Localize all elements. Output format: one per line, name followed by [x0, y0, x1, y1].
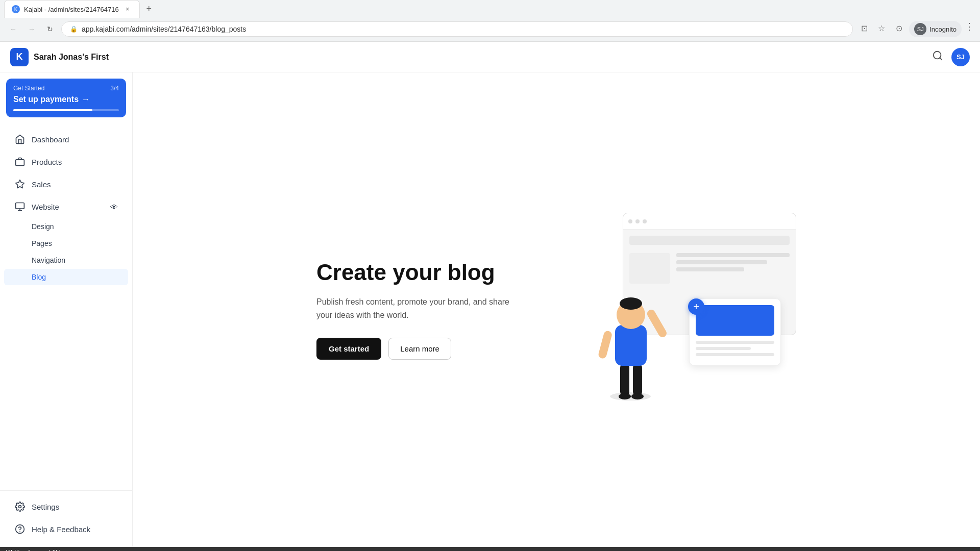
svg-point-13: [619, 393, 631, 399]
incognito-button[interactable]: SJ Incognito: [909, 21, 962, 37]
address-text: app.kajabi.com/admin/sites/2147647163/bl…: [82, 25, 844, 33]
illustration-card-line-3: [696, 353, 774, 356]
sales-label: Sales: [32, 180, 51, 189]
sidebar-item-pages[interactable]: Pages: [4, 235, 128, 252]
illus-content-lines: [676, 253, 790, 284]
progress-bar: [13, 109, 119, 111]
illus-dot-1: [628, 219, 632, 223]
illustration-card-line-2: [696, 347, 751, 350]
svg-marker-3: [16, 180, 24, 188]
search-button[interactable]: [932, 50, 943, 64]
website-nav-left: Website: [14, 201, 110, 212]
status-bar: Waiting for m.addthis.com...: [0, 547, 980, 551]
sidebar-item-settings[interactable]: Settings: [4, 496, 128, 517]
pages-label: Pages: [32, 239, 52, 247]
sidebar-item-dashboard[interactable]: Dashboard: [4, 129, 128, 150]
blog-promo-description: Publish fresh content, promote your bran…: [316, 295, 510, 321]
settings-label: Settings: [32, 503, 59, 511]
illustration-card-blue: [696, 305, 774, 336]
design-label: Design: [32, 222, 54, 231]
illustration-browser-bar: [623, 213, 796, 230]
products-label: Products: [32, 158, 62, 166]
illus-line-1: [676, 253, 790, 257]
browser-controls: ← → ↻ 🔒 app.kajabi.com/admin/sites/21476…: [0, 18, 980, 41]
user-avatar[interactable]: SJ: [951, 48, 970, 66]
sidebar-item-blog[interactable]: Blog: [4, 269, 128, 285]
lock-icon: 🔒: [70, 26, 78, 33]
browser-chrome: K Kajabi - /admin/sites/214764716 × + ← …: [0, 0, 980, 42]
sidebar: Get Started 3/4 Set up payments →: [0, 72, 133, 547]
illustration-person: [582, 264, 684, 407]
bookmark-icon[interactable]: ☆: [874, 21, 889, 35]
incognito-avatar: SJ: [914, 23, 926, 35]
svg-rect-11: [620, 363, 629, 396]
svg-rect-2: [16, 160, 24, 166]
app-header-right: SJ: [932, 48, 970, 66]
get-started-count: 3/4: [110, 85, 119, 92]
blog-label: Blog: [32, 273, 46, 281]
back-button[interactable]: ←: [6, 22, 20, 36]
sidebar-item-design[interactable]: Design: [4, 218, 128, 235]
help-label: Help & Feedback: [32, 525, 90, 534]
svg-point-7: [19, 506, 21, 508]
main-layout: Get Started 3/4 Set up payments →: [0, 72, 980, 547]
browser-actions: ⊡ ☆ ⊙ SJ Incognito ⋮: [857, 21, 974, 37]
get-started-header: Get Started 3/4: [13, 85, 119, 92]
sidebar-item-website[interactable]: Website 👁: [4, 196, 128, 217]
sidebar-nav: Dashboard Products: [0, 123, 132, 490]
cast-icon[interactable]: ⊡: [857, 21, 871, 35]
navigation-label: Navigation: [32, 256, 65, 264]
site-name: Sarah Jonas's First: [34, 53, 109, 62]
app-logo: K Sarah Jonas's First: [10, 48, 109, 66]
app-header: K Sarah Jonas's First SJ: [0, 42, 980, 72]
get-started-button[interactable]: Get started: [316, 338, 381, 360]
illus-line-2: [676, 260, 767, 264]
more-options-button[interactable]: ⋮: [965, 21, 974, 37]
website-eye-icon: 👁: [110, 203, 118, 211]
dashboard-label: Dashboard: [32, 135, 69, 144]
sidebar-item-help[interactable]: Help & Feedback: [4, 518, 128, 540]
browser-tab-bar: K Kajabi - /admin/sites/214764716 × +: [0, 0, 980, 18]
learn-more-button[interactable]: Learn more: [388, 338, 451, 360]
app-container: K Sarah Jonas's First SJ Get Started 3/4: [0, 42, 980, 547]
products-icon: [14, 156, 26, 167]
profile-icon[interactable]: ⊙: [892, 21, 906, 35]
content-area: Create your blog Publish fresh content, …: [133, 72, 980, 547]
tab-close-button[interactable]: ×: [123, 5, 132, 14]
illus-dot-2: [635, 219, 640, 223]
settings-icon: [14, 501, 26, 512]
svg-rect-18: [646, 308, 668, 339]
forward-button[interactable]: →: [24, 22, 39, 36]
get-started-label: Get Started: [13, 85, 44, 92]
status-text: Waiting for m.addthis.com...: [6, 549, 82, 551]
illus-line-3: [676, 267, 744, 271]
logo-icon: K: [10, 48, 29, 66]
reload-button[interactable]: ↻: [43, 22, 57, 36]
sidebar-item-navigation[interactable]: Navigation: [4, 252, 128, 268]
get-started-banner[interactable]: Get Started 3/4 Set up payments →: [6, 79, 126, 117]
svg-point-14: [631, 393, 644, 399]
svg-rect-12: [633, 363, 642, 396]
illustration-search-bar: [629, 236, 790, 245]
website-label: Website: [32, 203, 59, 211]
illustration-card-line-1: [696, 341, 774, 344]
illustration-plus-button: +: [688, 298, 704, 315]
tab-favicon: K: [12, 5, 20, 13]
incognito-label: Incognito: [929, 26, 957, 33]
blog-promo-actions: Get started Learn more: [316, 338, 510, 360]
svg-rect-4: [16, 203, 24, 209]
browser-tab-active[interactable]: K Kajabi - /admin/sites/214764716 ×: [4, 0, 140, 18]
sidebar-item-products[interactable]: Products: [4, 151, 128, 172]
blog-promo-text: Create your blog Publish fresh content, …: [316, 260, 510, 360]
blog-promo-title: Create your blog: [316, 260, 510, 286]
svg-point-17: [620, 297, 642, 310]
new-tab-button[interactable]: +: [142, 2, 156, 16]
svg-line-1: [940, 58, 942, 60]
address-bar[interactable]: 🔒 app.kajabi.com/admin/sites/2147647163/…: [61, 21, 853, 37]
website-icon: [14, 201, 26, 212]
blog-promo: Create your blog Publish fresh content, …: [276, 182, 837, 437]
home-icon: [14, 134, 26, 145]
get-started-cta: Set up payments →: [13, 95, 119, 104]
tab-title: Kajabi - /admin/sites/214764716: [24, 6, 119, 13]
sidebar-item-sales[interactable]: Sales: [4, 173, 128, 195]
